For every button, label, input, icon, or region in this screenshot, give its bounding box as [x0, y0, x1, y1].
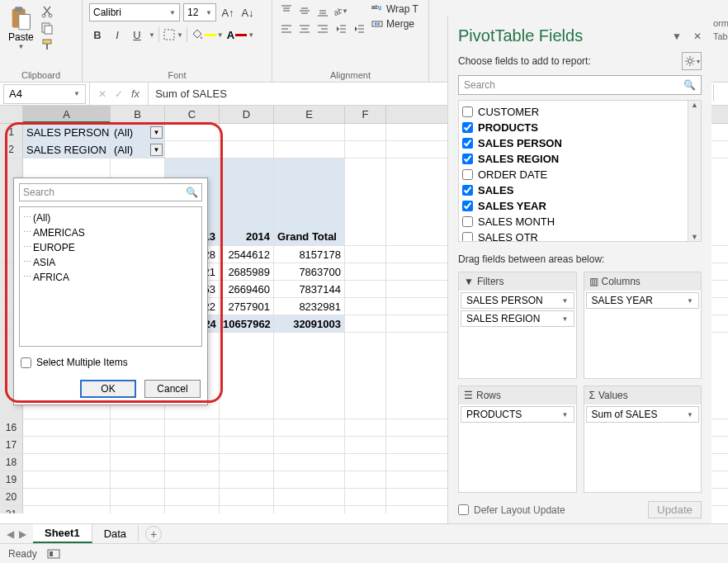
- increase-indent-icon[interactable]: [352, 21, 366, 36]
- cell[interactable]: [165, 454, 220, 471]
- fx-icon[interactable]: fx: [131, 88, 139, 100]
- cell[interactable]: [220, 141, 274, 158]
- drop-item[interactable]: SALES REGION▼: [461, 310, 574, 327]
- cell[interactable]: [345, 471, 386, 488]
- filter-option[interactable]: AMERICAS: [23, 225, 198, 240]
- cell[interactable]: [165, 124, 220, 140]
- field-item[interactable]: CUSTOMER: [462, 104, 684, 120]
- column-header-e[interactable]: E: [274, 106, 345, 123]
- align-center-icon[interactable]: [297, 21, 312, 36]
- field-item[interactable]: SALES MONTH: [462, 214, 684, 229]
- cell[interactable]: [274, 471, 345, 488]
- field-item[interactable]: ORDER DATE: [462, 167, 684, 182]
- decrease-indent-icon[interactable]: [333, 21, 348, 36]
- select-multiple-checkbox[interactable]: [21, 357, 31, 368]
- field-checkbox[interactable]: [462, 154, 473, 164]
- column-header-b[interactable]: B: [111, 106, 165, 123]
- filter-dropdown-icon[interactable]: ▼: [150, 126, 163, 139]
- cell[interactable]: [274, 454, 345, 471]
- wrap-text-button[interactable]: abWrap T: [371, 3, 418, 15]
- cell[interactable]: [23, 471, 111, 488]
- font-color-button[interactable]: A▼: [227, 29, 254, 41]
- enter-formula-icon[interactable]: ✓: [115, 88, 123, 100]
- cell[interactable]: SALES PERSON: [23, 124, 111, 140]
- font-size-select[interactable]: 12▼: [183, 3, 216, 21]
- filter-dropdown-icon[interactable]: ▼: [150, 144, 163, 156]
- filters-drop-zone[interactable]: ▼Filters SALES PERSON▼SALES REGION▼: [458, 272, 577, 379]
- cut-icon[interactable]: [40, 5, 54, 18]
- column-header-f[interactable]: F: [345, 106, 386, 123]
- tab-nav-prev-icon[interactable]: ◀: [7, 528, 14, 540]
- cancel-button[interactable]: Cancel: [144, 380, 201, 398]
- column-header-c[interactable]: C: [165, 106, 220, 123]
- close-icon[interactable]: ✕: [693, 31, 702, 42]
- cell[interactable]: [220, 471, 274, 488]
- field-item[interactable]: SALES QTR: [462, 229, 684, 242]
- font-name-select[interactable]: Calibri▼: [89, 3, 180, 21]
- field-item[interactable]: SALES: [462, 182, 684, 198]
- field-checkbox[interactable]: [462, 138, 473, 149]
- field-item[interactable]: SALES YEAR: [462, 198, 684, 214]
- cell[interactable]: [23, 437, 111, 453]
- select-all-corner[interactable]: [0, 106, 23, 123]
- add-sheet-button[interactable]: +: [145, 526, 162, 542]
- cell[interactable]: [274, 489, 345, 505]
- row-header[interactable]: 20: [0, 489, 23, 505]
- filter-option[interactable]: EUROPE: [23, 240, 198, 255]
- field-checkbox[interactable]: [462, 185, 473, 196]
- cell[interactable]: 10657962: [220, 315, 274, 332]
- cell[interactable]: 2685989: [220, 263, 274, 280]
- minimize-icon[interactable]: ▼: [672, 31, 682, 42]
- field-checkbox[interactable]: [462, 169, 473, 180]
- field-checkbox[interactable]: [462, 216, 473, 227]
- row-header[interactable]: 2: [0, 141, 23, 158]
- cell[interactable]: [111, 489, 165, 505]
- cell[interactable]: [111, 437, 165, 453]
- copy-icon[interactable]: [40, 21, 54, 35]
- columns-drop-zone[interactable]: ▥Columns SALES YEAR▼: [584, 272, 702, 379]
- merge-button[interactable]: Merge: [371, 18, 418, 30]
- cell[interactable]: [345, 506, 386, 513]
- field-item[interactable]: SALES PERSON: [462, 135, 684, 151]
- update-button[interactable]: Update: [648, 501, 702, 518]
- field-checkbox[interactable]: [462, 232, 473, 242]
- cell[interactable]: [220, 454, 274, 471]
- cell[interactable]: [345, 141, 386, 158]
- cell[interactable]: [220, 124, 274, 140]
- column-header-a[interactable]: A: [23, 106, 111, 123]
- row-header[interactable]: 1: [0, 124, 23, 140]
- cell[interactable]: [220, 419, 274, 436]
- cell[interactable]: [23, 419, 111, 436]
- rows-drop-zone[interactable]: ☰Rows PRODUCTS▼: [458, 386, 577, 493]
- tab-nav-next-icon[interactable]: ▶: [19, 528, 26, 540]
- cell[interactable]: [165, 141, 220, 158]
- field-checkbox[interactable]: [462, 106, 473, 117]
- borders-button[interactable]: ▼: [163, 28, 183, 41]
- sheet-tab[interactable]: Data: [92, 525, 139, 542]
- increase-font-icon[interactable]: A↑: [220, 4, 236, 21]
- cell[interactable]: [111, 506, 165, 513]
- gear-button[interactable]: ▾: [682, 52, 702, 70]
- column-header-d[interactable]: D: [220, 106, 274, 123]
- cell[interactable]: (All)▼: [111, 141, 165, 158]
- cell[interactable]: 2544612: [220, 246, 274, 263]
- cell[interactable]: (All)▼: [111, 124, 165, 140]
- row-header[interactable]: 19: [0, 471, 23, 488]
- cell[interactable]: [345, 489, 386, 505]
- cell[interactable]: [274, 506, 345, 513]
- cell[interactable]: [220, 489, 274, 505]
- cell[interactable]: [345, 419, 386, 436]
- align-middle-icon[interactable]: [297, 3, 312, 18]
- cell[interactable]: 8157178: [274, 246, 345, 263]
- cell[interactable]: [111, 419, 165, 436]
- cell[interactable]: 2757901: [220, 298, 274, 315]
- paste-button[interactable]: Paste ▼: [7, 3, 35, 52]
- drop-item[interactable]: SALES YEAR▼: [586, 292, 700, 309]
- filter-option[interactable]: AFRICA: [23, 270, 198, 285]
- sheet-tab-active[interactable]: Sheet1: [33, 524, 92, 543]
- cell[interactable]: [345, 158, 386, 245]
- italic-button[interactable]: I: [109, 26, 125, 43]
- cell[interactable]: [274, 437, 345, 453]
- values-drop-zone[interactable]: ΣValues Sum of SALES▼: [584, 386, 702, 493]
- name-box[interactable]: A4▼: [3, 84, 86, 104]
